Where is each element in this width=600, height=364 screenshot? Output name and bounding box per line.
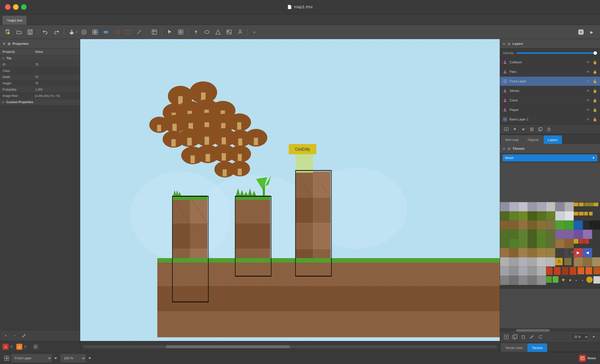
- toolbar-select2-button[interactable]: [176, 27, 186, 37]
- map-settings-button[interactable]: [32, 343, 39, 350]
- layer-item-slimes[interactable]: Slimes 👁 🔒: [500, 86, 600, 96]
- remove-property-button[interactable]: −: [12, 332, 19, 339]
- tilesets-dock-icon[interactable]: ⊞: [508, 147, 511, 151]
- tab-terrain-sets[interactable]: Terrain Sets: [501, 343, 527, 352]
- prop-section-custom[interactable]: ▸ Custom Properties: [0, 99, 80, 105]
- layer-visibility-flies[interactable]: 👁: [585, 69, 591, 75]
- prop-section-tile[interactable]: ▾ Tile: [0, 55, 80, 62]
- ts-refresh-button[interactable]: [537, 333, 544, 341]
- title-text: map1.tmx: [294, 5, 313, 10]
- zoom-select[interactable]: 100 % 50 % 200 % 25 %: [61, 354, 86, 362]
- layer-visibility-front-layer[interactable]: 👁: [585, 79, 591, 84]
- toolbar-dice-button[interactable]: [576, 27, 586, 37]
- layer-item-flies[interactable]: Flies 👁 🔒: [500, 67, 600, 77]
- toolbar-triangle-button[interactable]: [213, 27, 223, 37]
- ts-add-button[interactable]: [503, 333, 510, 341]
- layer-lock-flies[interactable]: 🔒: [592, 69, 597, 75]
- ts-edit-button[interactable]: [528, 333, 536, 341]
- layer-visibility-collision[interactable]: 👁: [585, 60, 591, 65]
- tab-objects[interactable]: Objects: [523, 135, 543, 144]
- layer-visibility-coins[interactable]: 👁: [585, 98, 591, 103]
- layer-lock-front-layer[interactable]: 🔓: [592, 79, 597, 84]
- toolbar-redo-button[interactable]: [51, 27, 61, 37]
- canvas-scrollbar[interactable]: [80, 341, 500, 352]
- tileset-dropdown[interactable]: tileset ▼: [503, 154, 597, 161]
- tab-layers-view[interactable]: Layers: [544, 135, 562, 144]
- tilesets-close-icon[interactable]: ✕: [503, 147, 506, 151]
- minimize-button[interactable]: [13, 4, 19, 10]
- layer-lock-collision[interactable]: 🔒: [592, 60, 597, 65]
- canvas-area[interactable]: CoinEntity: [80, 39, 500, 352]
- layers-down-button[interactable]: [520, 125, 527, 133]
- window-controls[interactable]: [5, 4, 27, 10]
- horizontal-scrollbar-thumb[interactable]: [166, 345, 290, 348]
- edit-property-button[interactable]: [21, 332, 28, 339]
- layer-visibility-back-layer-1[interactable]: 👁: [585, 117, 591, 122]
- toolbar-eraser-button[interactable]: [112, 27, 122, 37]
- toolbar-ellipse-button[interactable]: [202, 27, 212, 37]
- toolbar-open-button[interactable]: [14, 27, 24, 37]
- toolbar-more-button[interactable]: »: [250, 27, 260, 37]
- opacity-slider[interactable]: [517, 52, 597, 54]
- toolbar-shape-button[interactable]: [101, 27, 111, 37]
- map-canvas[interactable]: CoinEntity: [80, 39, 500, 341]
- active-layer-select[interactable]: Front Layer Back Layer 1 Collision: [12, 354, 52, 362]
- layer-item-back-layer-1[interactable]: Back Layer 1 👁 🔓: [500, 115, 600, 124]
- tab-tilesets[interactable]: Tilesets: [527, 343, 547, 352]
- close-button[interactable]: [5, 4, 11, 10]
- toolbar-pin-button[interactable]: [191, 27, 201, 37]
- svg-point-39: [581, 33, 582, 34]
- layer-visibility-player[interactable]: 👁: [585, 107, 591, 113]
- layers-remove-button[interactable]: [528, 125, 536, 133]
- toolbar-terrain-button[interactable]: [79, 27, 89, 37]
- property-col-header: Property: [0, 49, 33, 55]
- layer-lock-coins[interactable]: 🔒: [592, 98, 597, 103]
- toolbar-settings-button[interactable]: ▶: [587, 27, 597, 37]
- layer-lock-player[interactable]: 🔒: [592, 107, 597, 113]
- properties-dock-icon[interactable]: ⊞: [8, 42, 11, 46]
- layer-item-coins[interactable]: Coins 👁 🔒: [500, 96, 600, 105]
- horizontal-scrollbar-track[interactable]: [83, 345, 497, 348]
- layers-close-icon[interactable]: ✕: [503, 42, 506, 46]
- toolbar-undo-button[interactable]: [40, 27, 50, 37]
- tileset-zoom-select[interactable]: 25 % 50 % 100 %: [571, 333, 588, 340]
- layer-item-front-layer[interactable]: Front Layer 👁 🔓: [500, 77, 600, 86]
- layers-duplicate-button[interactable]: [537, 125, 544, 133]
- toolbar-rect-select-button[interactable]: [123, 27, 133, 37]
- properties-close-icon[interactable]: ✕: [3, 42, 6, 46]
- layer-item-player[interactable]: Player 👁 🔒: [500, 105, 600, 115]
- toolbar-save-button[interactable]: [25, 27, 35, 37]
- tileset-scrollbar-thumb[interactable]: [516, 329, 550, 332]
- layers-dock-icon[interactable]: ⊞: [508, 42, 511, 46]
- tab-map1[interactable]: *map1.tmx: [3, 16, 27, 25]
- toolbar-wand-button[interactable]: [134, 27, 144, 37]
- toolbar-tile-button[interactable]: [90, 27, 100, 37]
- layer-item-collision[interactable]: Collision 👁 🔒: [500, 58, 600, 67]
- opacity-slider-thumb[interactable]: [593, 51, 597, 55]
- toolbar-person-button[interactable]: [235, 27, 245, 37]
- news-section[interactable]: News: [579, 355, 596, 362]
- layers-up-button[interactable]: [511, 125, 519, 133]
- maximize-button[interactable]: [21, 4, 27, 10]
- toolbar-cursor-button[interactable]: [165, 27, 175, 37]
- layers-add-button[interactable]: [503, 125, 510, 133]
- stamp-dropdown-arrow[interactable]: ▼: [76, 31, 78, 33]
- layer-visibility-slimes[interactable]: 👁: [585, 88, 591, 94]
- ts-duplicate-button[interactable]: [511, 333, 519, 341]
- tileset-content[interactable]: EXIT ▶ ◀ ⚠: [500, 162, 600, 328]
- layer-lock-slimes[interactable]: 🔒: [592, 88, 597, 94]
- toolbar-stamp-button[interactable]: [67, 27, 77, 37]
- layer-lock-back-layer-1[interactable]: 🔓: [592, 117, 597, 122]
- layer-icon-slimes: [503, 88, 508, 93]
- toolbar-new-button[interactable]: +: [3, 27, 13, 37]
- toolbar-image-button[interactable]: [224, 27, 234, 37]
- tileset-scrollbar[interactable]: [502, 329, 598, 332]
- svg-rect-290: [5, 356, 7, 358]
- ts-remove-button[interactable]: [520, 333, 527, 341]
- toolbar-move-button[interactable]: [149, 27, 159, 37]
- ts-zoom-dropdown-button[interactable]: [590, 333, 597, 341]
- add-property-button[interactable]: +: [3, 332, 10, 339]
- layers-lock-button[interactable]: [545, 125, 553, 133]
- tab-minimap[interactable]: Mini-map: [501, 135, 523, 144]
- svg-point-152: [504, 89, 506, 91]
